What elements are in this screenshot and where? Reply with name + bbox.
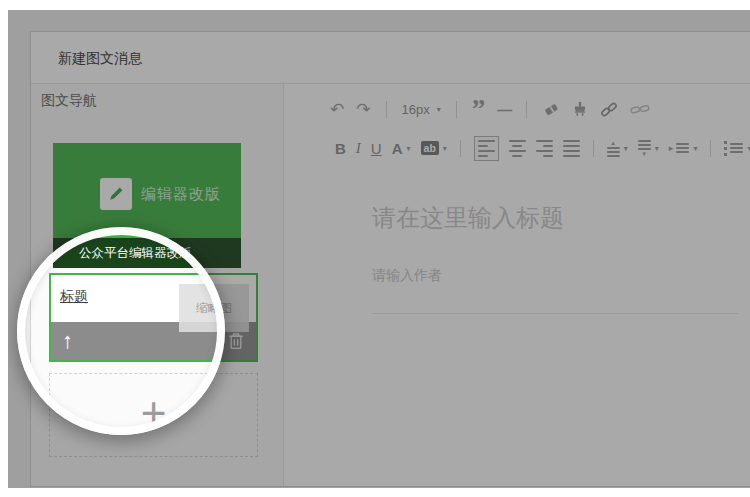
chevron-down-icon: ▾ bbox=[624, 144, 628, 153]
chevron-down-icon: ▾ bbox=[407, 144, 411, 153]
bold-button[interactable]: B bbox=[335, 140, 346, 157]
format-brush-icon[interactable] bbox=[572, 101, 588, 117]
paragraph-spacing-button[interactable]: ▼ ▾ bbox=[638, 140, 659, 157]
indent-icon: ▸ bbox=[669, 143, 690, 153]
blockquote-button[interactable]: ” bbox=[472, 100, 486, 118]
thumbnail-placeholder[interactable]: 缩略图 bbox=[179, 284, 249, 332]
article-title-link[interactable]: 标题 bbox=[60, 288, 88, 306]
toolbar-divider bbox=[526, 101, 527, 118]
cover-card-label: 编辑器改版 bbox=[141, 185, 221, 204]
link-icon[interactable] bbox=[600, 101, 618, 118]
toolbar-row-2: B I U A ▾ ab ▾ ▲ bbox=[335, 135, 750, 161]
toolbar-divider bbox=[460, 140, 461, 157]
line-height-button[interactable]: ▲ ▾ bbox=[607, 140, 628, 157]
content-divider bbox=[372, 313, 738, 314]
toolbar-row-1: ↶ ↷ 16px ▾ ” — bbox=[330, 97, 650, 121]
highlight-color-button[interactable]: ab ▾ bbox=[421, 141, 447, 156]
chevron-down-icon: ▾ bbox=[655, 144, 659, 153]
plus-icon: + bbox=[141, 391, 167, 435]
chevron-down-icon: ▾ bbox=[437, 105, 441, 114]
title-input[interactable]: 请在这里输入标题 bbox=[372, 203, 738, 233]
cover-article-card[interactable]: 编辑器改版 公众平台编辑器改版 bbox=[53, 143, 241, 268]
align-center-button[interactable] bbox=[509, 140, 526, 157]
toolbar-divider bbox=[456, 101, 457, 118]
article-nav-panel: 图文导航 编辑器改版 公众平台编辑器改版 标题 ↑ 缩略图 bbox=[31, 84, 284, 486]
thumbnail-label: 缩略图 bbox=[196, 300, 232, 317]
trash-icon[interactable] bbox=[228, 332, 244, 354]
undo-button[interactable]: ↶ bbox=[330, 101, 344, 118]
move-up-icon[interactable]: ↑ bbox=[62, 322, 73, 360]
chevron-down-icon: ▾ bbox=[693, 144, 697, 153]
underline-button[interactable]: U bbox=[371, 140, 382, 157]
ordered-list-button[interactable]: ▾ bbox=[724, 141, 750, 156]
highlight-badge: ab bbox=[421, 141, 439, 156]
align-center-icon bbox=[509, 140, 526, 157]
indent-button[interactable]: ▸ ▾ bbox=[669, 143, 698, 153]
redo-button[interactable]: ↷ bbox=[356, 101, 370, 118]
font-size-value: 16px bbox=[402, 102, 430, 117]
new-article-dialog: 新建图文消息 图文导航 编辑器改版 公众平台编辑器改版 标题 ↑ bbox=[30, 31, 750, 487]
italic-button[interactable]: I bbox=[356, 140, 361, 157]
pencil-icon bbox=[100, 178, 132, 210]
nav-panel-title: 图文导航 bbox=[41, 92, 97, 110]
dialog-header: 新建图文消息 bbox=[31, 32, 750, 84]
paragraph-spacing-icon: ▼ bbox=[638, 140, 651, 157]
align-right-icon bbox=[536, 140, 553, 157]
cover-card-caption: 公众平台编辑器改版 bbox=[53, 238, 241, 268]
toolbar-divider bbox=[710, 140, 711, 157]
align-right-button[interactable] bbox=[536, 140, 553, 157]
align-justify-icon bbox=[563, 140, 580, 157]
align-justify-button[interactable] bbox=[563, 140, 580, 157]
eraser-icon[interactable] bbox=[542, 101, 560, 117]
horizontal-rule-button[interactable]: — bbox=[497, 101, 511, 118]
ordered-list-icon bbox=[724, 141, 743, 156]
dialog-title: 新建图文消息 bbox=[58, 32, 142, 84]
font-color-button[interactable]: A ▾ bbox=[392, 140, 411, 157]
screen: 新建图文消息 图文导航 编辑器改版 公众平台编辑器改版 标题 ↑ bbox=[0, 0, 750, 497]
toolbar-divider bbox=[593, 140, 594, 157]
chevron-down-icon: ▾ bbox=[443, 144, 447, 153]
align-left-icon bbox=[478, 140, 495, 157]
align-left-button[interactable] bbox=[474, 136, 499, 161]
add-article-dropzone[interactable]: + bbox=[49, 373, 258, 457]
editor-body: 请在这里输入标题 请输入作者 bbox=[372, 203, 738, 314]
author-input[interactable]: 请输入作者 bbox=[372, 265, 738, 285]
toolbar-divider bbox=[386, 101, 387, 118]
selected-article-card[interactable]: 标题 ↑ 缩略图 bbox=[49, 273, 258, 362]
font-color-label: A bbox=[392, 140, 403, 157]
editor-panel: ↶ ↷ 16px ▾ ” — bbox=[284, 84, 750, 486]
unlink-icon[interactable] bbox=[630, 102, 650, 117]
font-size-select[interactable]: 16px ▾ bbox=[402, 102, 441, 117]
line-height-icon: ▲ bbox=[607, 140, 620, 157]
